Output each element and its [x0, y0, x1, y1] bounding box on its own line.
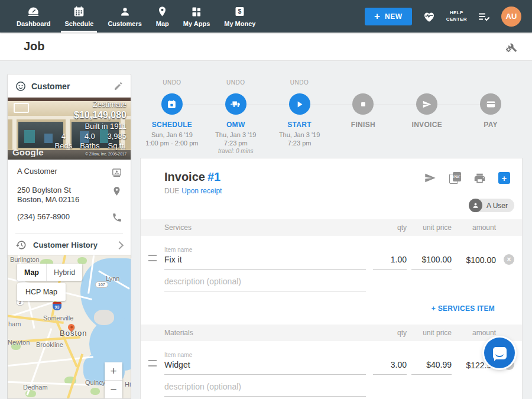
invoice-card: Invoice#1 DUEUpon receipt PDF + A User S…	[140, 158, 523, 399]
nav-my-money[interactable]: $ My Money	[217, 0, 262, 33]
nav-dashboard[interactable]: Dashboard	[9, 0, 57, 33]
checklist-icon[interactable]	[477, 9, 491, 24]
undo-omw-link[interactable]: UNDO	[226, 79, 245, 86]
assigned-user-chip[interactable]: A User	[469, 199, 514, 212]
customer-card: Customer Zestimate $10,149,080 Built in …	[7, 74, 131, 258]
navbar-right: + NEW HELP CENTER AU	[365, 0, 532, 33]
zoom-out-button[interactable]: −	[105, 380, 122, 398]
timeline-step-finish: FINISH	[331, 77, 395, 155]
job-tools-icon[interactable]	[505, 40, 518, 53]
nav-schedule-label: Schedule	[64, 20, 93, 27]
zestimate-overlay: Zestimate $10,149,080 Built in 1911 4Bed…	[55, 100, 126, 156]
help-center-line2: CENTER	[446, 17, 467, 23]
nav-map[interactable]: Map	[149, 0, 176, 33]
service-item-name-input[interactable]	[164, 255, 366, 270]
nav-customers[interactable]: Customers	[100, 0, 148, 33]
service-unit-price-input[interactable]	[411, 255, 452, 270]
timeline-step-invoice: INVOICE	[395, 77, 459, 155]
add-invoice-button[interactable]: +	[498, 172, 510, 184]
history-clock-icon	[15, 239, 27, 251]
unit-price-column-header: unit price	[407, 223, 452, 232]
calendar-icon	[73, 5, 85, 18]
send-invoice-icon[interactable]	[424, 171, 437, 184]
hcp-map-button[interactable]: HCP Map	[17, 283, 66, 301]
map-type-hybrid-button[interactable]: Hybrid	[47, 264, 82, 281]
material-qty-input[interactable]	[373, 360, 407, 375]
undo-start-link[interactable]: UNDO	[290, 79, 309, 86]
calendar-icon	[167, 99, 177, 109]
map-pin-icon	[156, 5, 168, 18]
material-unit-price-input[interactable]	[411, 360, 452, 375]
remove-service-item-icon[interactable]: ×	[504, 254, 514, 265]
map-zoom-control: + −	[105, 362, 122, 398]
service-description-row	[141, 277, 522, 291]
nav-customers-label: Customers	[108, 20, 141, 27]
map-label-brookline: Brookline	[36, 341, 63, 348]
due-label: DUE	[164, 187, 179, 195]
assigned-user-name: A User	[486, 202, 508, 210]
invoice-number[interactable]: #1	[207, 170, 220, 183]
zestimate-value: $10,149,080	[55, 110, 126, 121]
zoom-in-button[interactable]: +	[105, 362, 122, 380]
map-label-somerville: Somerville	[43, 314, 73, 322]
map-widget[interactable]: Burlington Lynn ham Somerville Boston Ne…	[7, 255, 131, 399]
credit-card-icon[interactable]	[480, 93, 501, 115]
invoice-step-button[interactable]	[416, 93, 437, 115]
timeline-step-omw: UNDO OMW Thu, Jan 3 '19 7:23 pm travel: …	[204, 77, 268, 155]
heartbeat-icon[interactable]	[422, 9, 436, 24]
chat-bubble-button[interactable]	[484, 338, 515, 368]
nav-my-apps-label: My Apps	[183, 20, 210, 27]
print-icon[interactable]	[473, 172, 486, 184]
map-label-waltham: ham	[8, 320, 21, 327]
streetview-pano-icon[interactable]	[14, 103, 29, 113]
map-type-map-button[interactable]: Map	[17, 264, 47, 281]
drag-handle-icon[interactable]	[148, 360, 157, 366]
map-label-quincy: Quincy	[85, 379, 105, 386]
pdf-icon[interactable]: PDF	[449, 172, 461, 184]
stop-icon	[359, 100, 368, 109]
plus-icon: +	[374, 11, 380, 21]
phone-icon[interactable]	[112, 212, 122, 223]
user-avatar[interactable]: AU	[501, 7, 521, 27]
customer-address-row: 250 Boylston StBoston, MA 02116	[17, 186, 122, 205]
timeline-step-pay: PAY	[459, 77, 523, 155]
i93-shield-badge: 93	[53, 302, 61, 310]
finish-step-button[interactable]	[352, 93, 374, 115]
nav-my-apps[interactable]: My Apps	[176, 0, 217, 33]
dashboard-gauge-icon	[27, 5, 40, 18]
location-pin-icon[interactable]	[111, 186, 122, 197]
new-button[interactable]: + NEW	[365, 8, 412, 25]
material-item-name-input[interactable]	[164, 360, 366, 375]
omw-step-button[interactable]	[225, 93, 246, 115]
job-timeline: UNDO SCHEDULE Sun, Jan 6 '19 1:00 pm - 2…	[140, 77, 523, 154]
customer-history-label: Customer History	[33, 241, 98, 249]
nav-schedule[interactable]: Schedule	[57, 0, 100, 33]
start-step-button[interactable]	[289, 93, 310, 115]
customer-history-link[interactable]: Customer History	[8, 233, 131, 257]
due-terms-link[interactable]: Upon receipt	[181, 187, 222, 195]
photo-attribution: © Zillow, Inc. 2006-2017	[55, 152, 126, 156]
nav-my-money-label: My Money	[224, 20, 255, 27]
qty-column-header: qty	[366, 223, 407, 232]
customer-details: A Customer 250 Boylston StBoston, MA 021…	[8, 160, 131, 233]
schedule-step-button[interactable]	[161, 93, 183, 115]
timeline-step-schedule: UNDO SCHEDULE Sun, Jan 6 '19 1:00 pm - 2…	[140, 77, 204, 155]
contact-card-icon[interactable]	[111, 167, 122, 178]
edit-pencil-icon[interactable]	[113, 81, 124, 91]
service-description-input[interactable]	[164, 277, 366, 291]
map-label-dedham: Dedham	[23, 384, 48, 391]
materials-section-title: Materials	[164, 329, 366, 337]
material-description-input[interactable]	[164, 382, 366, 397]
add-services-item-link[interactable]: + SERVICES ITEM	[432, 304, 495, 313]
undo-schedule-link[interactable]: UNDO	[163, 79, 181, 86]
map-type-control: Map Hybrid	[17, 264, 82, 281]
help-center-link[interactable]: HELP CENTER	[446, 10, 467, 23]
drag-handle-icon[interactable]	[148, 255, 157, 261]
property-photo: Zestimate $10,149,080 Built in 1911 4Bed…	[8, 98, 131, 160]
customer-name: A Customer	[17, 167, 57, 176]
chat-smile-icon	[493, 347, 507, 359]
page-header: Job	[0, 33, 532, 61]
service-line-item: Item name $100.00 ×	[141, 246, 522, 270]
service-qty-input[interactable]	[373, 255, 407, 270]
material-description-row	[141, 382, 522, 397]
